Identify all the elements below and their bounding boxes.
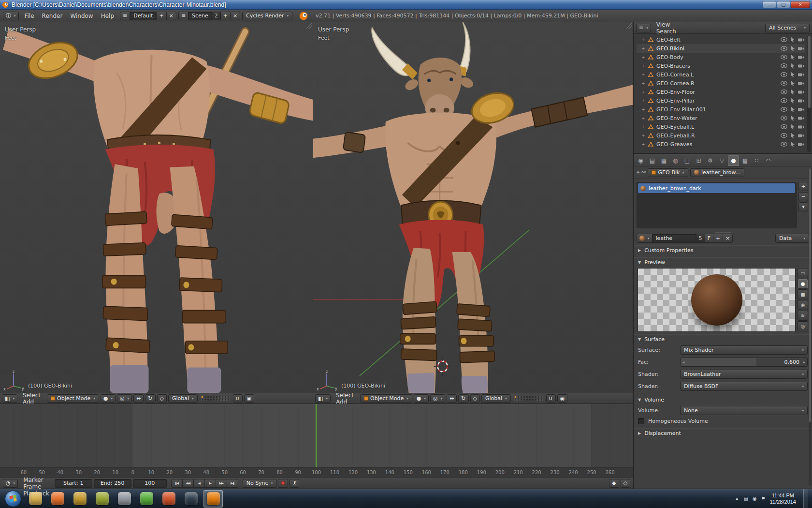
selectability-cursor-icon[interactable] [790, 54, 795, 60]
layer-cell[interactable] [537, 396, 540, 398]
add-slot-button[interactable]: + [798, 182, 808, 191]
unlink-material-button[interactable]: × [723, 234, 733, 243]
region-split-handle[interactable] [306, 23, 312, 29]
layer-cell[interactable] [227, 396, 230, 398]
taskbar-explorer-icon[interactable] [26, 490, 45, 508]
selectability-cursor-icon[interactable] [790, 98, 795, 104]
renderability-camera-icon[interactable] [798, 107, 804, 112]
keying-set-button[interactable]: ⚷ [290, 479, 299, 488]
preview-type-flat[interactable]: ▭ [798, 268, 808, 278]
layers-widget[interactable] [514, 396, 543, 401]
3d-viewport-front[interactable]: User Persp Feet z y x (100) GEO-Bikini [313, 22, 633, 393]
selectability-cursor-icon[interactable] [790, 133, 795, 138]
layer-cell[interactable] [532, 396, 534, 398]
visibility-eye-icon[interactable] [781, 37, 787, 42]
expand-plus-icon[interactable]: + [641, 72, 646, 77]
viewport-shading-select[interactable]: ●▾ [414, 394, 429, 403]
layer-cell[interactable] [207, 396, 209, 398]
menu-help[interactable]: Help [97, 10, 118, 22]
layer-cell[interactable] [210, 396, 212, 398]
outliner-item-GEO-Env-Pillar.001[interactable]: + GEO-Env-Pillar.001 [637, 105, 805, 114]
render-engine-select[interactable]: Cycles Render▾ [242, 12, 292, 20]
menu-frame[interactable]: Frame [19, 483, 53, 490]
record-autokey-button[interactable] [278, 479, 288, 488]
selectability-cursor-icon[interactable] [790, 72, 795, 77]
layer-cell[interactable] [207, 399, 209, 401]
outliner-item-GEO-Eyeball.R[interactable]: + GEO-Eyeball.R [637, 131, 805, 140]
transform-orientation-select[interactable]: Global▾ [481, 394, 511, 403]
layer-cell[interactable] [520, 399, 522, 401]
layer-cell[interactable] [529, 399, 531, 401]
manipulator-translate-toggle[interactable]: ↔ [447, 394, 457, 403]
browse-layouts-icon[interactable]: ≡ [120, 12, 130, 20]
taskbar-app-color-icon[interactable] [92, 490, 112, 508]
editor-type-button[interactable]: ⓘ▾ [3, 12, 19, 20]
renderability-camera-icon[interactable] [798, 55, 804, 60]
renderability-camera-icon[interactable] [798, 134, 804, 138]
slot-specials-menu[interactable]: ▾ [798, 202, 808, 211]
visibility-eye-icon[interactable] [781, 63, 787, 68]
breadcrumb-material[interactable]: leather_brow... [690, 168, 744, 177]
menu-render[interactable]: Render [38, 10, 67, 22]
frame-start-field[interactable]: Start:1 [55, 479, 92, 488]
tab-world[interactable]: ◍ [670, 155, 681, 166]
tab-render[interactable]: ◉ [635, 155, 646, 166]
surface-input[interactable]: Mix Shader▾ [680, 345, 808, 355]
jump-next-keyframe-button[interactable]: ▶▶ [216, 479, 227, 488]
taskbar-steam-icon[interactable] [181, 490, 201, 508]
taskbar-app-gold-icon[interactable] [70, 490, 89, 508]
timeline-ruler[interactable]: -60-50-40-30-20-100102030405060708090100… [0, 467, 633, 477]
outliner-item-GEO-Env-Pillar[interactable]: + GEO-Env-Pillar [637, 96, 805, 105]
manipulator-scale-toggle[interactable]: ◇ [470, 394, 480, 403]
outliner-item-GEO-Env-Floor[interactable]: + GEO-Env-Floor [637, 88, 805, 96]
frame-end-field[interactable]: End:250 [94, 479, 131, 488]
pin-icon[interactable]: ⌖ [637, 169, 639, 176]
expand-plus-icon[interactable]: + [641, 142, 646, 147]
preview-type-cube[interactable]: ■ [798, 289, 808, 299]
manipulator-rotate-toggle[interactable]: ↻ [145, 394, 155, 403]
selectability-cursor-icon[interactable] [790, 37, 795, 43]
tab-object[interactable]: □ [682, 155, 693, 166]
outliner-item-GEO-Bracers[interactable]: + GEO-Bracers [637, 61, 805, 70]
browse-material-icon[interactable]: ▾ [637, 234, 652, 243]
pivot-point-select[interactable]: ◎▾ [430, 394, 445, 403]
play-button[interactable]: ▶ [204, 479, 216, 488]
layer-cell[interactable] [514, 399, 517, 401]
renderability-camera-icon[interactable] [798, 38, 804, 42]
shader-1-input[interactable]: BrownLeather▾ [680, 370, 808, 379]
list-resize-grip[interactable] [634, 229, 812, 234]
remove-slot-button[interactable]: − [798, 192, 808, 201]
layer-cell[interactable] [517, 399, 520, 401]
homogeneous-volume-checkbox[interactable] [638, 418, 644, 424]
preview-type-monkey[interactable]: ◉ [798, 300, 808, 310]
layer-cell[interactable] [227, 399, 230, 401]
layer-cell[interactable] [523, 399, 525, 401]
layer-cell[interactable] [201, 396, 203, 398]
layer-cell[interactable] [218, 399, 221, 401]
outliner-scope-select[interactable]: All Scenes▾ [765, 24, 810, 32]
layer-cell[interactable] [224, 399, 227, 401]
timeline-graph[interactable] [0, 404, 633, 467]
visibility-eye-icon[interactable] [781, 46, 787, 51]
snap-magnet-toggle[interactable]: ∪ [233, 394, 243, 403]
selectability-cursor-icon[interactable] [790, 115, 795, 121]
menu-window[interactable]: Window [66, 10, 97, 22]
tab-physics[interactable]: ◠ [763, 155, 774, 166]
tab-texture[interactable]: ▩ [740, 155, 751, 166]
renderability-camera-icon[interactable] [798, 46, 804, 51]
material-slot[interactable]: leather_brown_dark [638, 183, 795, 193]
add-layout-button[interactable]: + [156, 12, 166, 20]
delete-keyframe-button[interactable]: ◇ [621, 479, 630, 488]
panel-custom-properties[interactable]: ▶ Custom Properties [634, 245, 812, 255]
scene-users-count[interactable]: 2 [212, 12, 221, 20]
outliner-item-GEO-Body[interactable]: + GEO-Body [637, 53, 805, 61]
editor-type-button[interactable]: ◧▾ [2, 394, 17, 403]
layer-cell[interactable] [221, 396, 224, 398]
layer-cell[interactable] [224, 396, 227, 398]
material-name-field[interactable]: leathe [652, 234, 696, 243]
region-split-handle[interactable] [626, 23, 632, 29]
expand-plus-icon[interactable]: + [641, 124, 646, 129]
layer-cell[interactable] [540, 399, 543, 401]
menu-file[interactable]: File [21, 10, 38, 22]
preview-type-sphere[interactable]: ● [798, 279, 808, 289]
